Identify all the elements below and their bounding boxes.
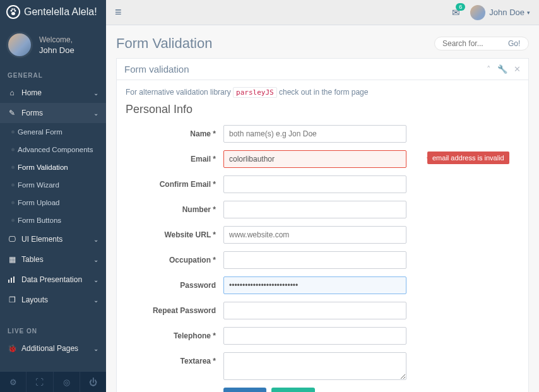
repeat-password-input[interactable] bbox=[223, 302, 406, 319]
logout-button[interactable]: ⏻ bbox=[80, 372, 106, 392]
sidebar-item-label: General Form bbox=[18, 128, 62, 136]
close-icon: ✕ bbox=[514, 64, 521, 74]
lock-button[interactable]: ◎ bbox=[53, 372, 80, 392]
field-name: Name * bbox=[126, 125, 519, 143]
panel-body: For alternative validation library parsl… bbox=[117, 80, 528, 392]
forms-submenu: General Form Advanced Components Form Va… bbox=[0, 123, 106, 229]
chevron-down-icon: ⌄ bbox=[93, 256, 98, 263]
search-go-button[interactable]: Go! bbox=[508, 39, 520, 48]
notifications-button[interactable]: ✉ 6 bbox=[452, 7, 460, 18]
sidebar-item-additional-pages[interactable]: 🐞Additional Pages ⌄ bbox=[0, 338, 106, 359]
password-label: Password bbox=[126, 276, 223, 290]
sidebar-item-label: Home bbox=[21, 88, 42, 97]
sidebar: Gentelella Alela! Welcome, John Doe GENE… bbox=[0, 0, 106, 392]
settings-button[interactable]: 🔧 bbox=[497, 64, 507, 74]
sidebar-item-layouts[interactable]: ❐Layouts ⌄ bbox=[0, 290, 106, 310]
menu-section-general: GENERAL bbox=[0, 68, 106, 83]
telephone-input[interactable] bbox=[223, 327, 406, 345]
chevron-up-icon: ˄ bbox=[487, 64, 491, 74]
confirm-email-input[interactable] bbox=[223, 175, 406, 193]
occupation-label: Occupation * bbox=[126, 251, 223, 264]
field-number: Number * bbox=[126, 201, 519, 218]
svg-point-4 bbox=[11, 12, 15, 15]
home-icon: ⌂ bbox=[8, 88, 16, 97]
email-label: Email * bbox=[126, 150, 223, 163]
sidebar-item-data-presentation[interactable]: Data Presentation ⌄ bbox=[0, 270, 106, 290]
search-input[interactable] bbox=[442, 39, 506, 48]
brand[interactable]: Gentelella Alela! bbox=[0, 0, 106, 23]
gear-icon: ⚙ bbox=[9, 377, 17, 387]
bars-icon: ≡ bbox=[115, 6, 122, 18]
sidebar-item-label: Additional Pages bbox=[21, 344, 78, 353]
chevron-down-icon: ⌄ bbox=[93, 276, 98, 283]
eye-icon: ◎ bbox=[63, 377, 70, 387]
svg-point-3 bbox=[13, 8, 15, 10]
avatar bbox=[470, 5, 485, 20]
profile-name: John Doe bbox=[39, 45, 74, 55]
page-title: Form Validation bbox=[116, 35, 212, 52]
user-menu[interactable]: John Doe ▾ bbox=[470, 5, 530, 20]
svg-point-0 bbox=[11, 10, 13, 12]
welcome-text: Welcome, bbox=[39, 35, 74, 44]
sidebar-item-label: Form Validation bbox=[18, 163, 68, 171]
field-telephone: Telephone * bbox=[126, 327, 519, 345]
form-actions: Cancel Submit bbox=[223, 388, 519, 392]
number-input[interactable] bbox=[223, 201, 406, 218]
sidebar-item-label: Form Wizard bbox=[18, 181, 59, 189]
sidebar-item-home[interactable]: ⌂Home ⌄ bbox=[0, 83, 106, 103]
chevron-down-icon: ⌄ bbox=[93, 110, 98, 117]
library-note: For alternative validation library parsl… bbox=[126, 88, 519, 97]
sidebar-item-advanced-components[interactable]: Advanced Components bbox=[0, 141, 106, 158]
sidebar-item-general-form[interactable]: General Form bbox=[0, 123, 106, 141]
close-button[interactable]: ✕ bbox=[514, 64, 521, 74]
settings-button[interactable]: ⚙ bbox=[0, 372, 26, 392]
menu-toggle-button[interactable]: ≡ bbox=[115, 6, 122, 19]
confirm-email-label: Confirm Email * bbox=[126, 175, 223, 189]
parsley-link[interactable]: parsleyJS bbox=[233, 87, 277, 98]
notification-badge: 6 bbox=[456, 3, 465, 11]
sidebar-item-form-buttons[interactable]: Form Buttons bbox=[0, 211, 106, 229]
sidebar-item-form-validation[interactable]: Form Validation bbox=[0, 158, 106, 176]
sidebar-item-forms[interactable]: ✎Forms ⌄ bbox=[0, 103, 106, 123]
bug-icon: 🐞 bbox=[8, 344, 16, 353]
field-textarea: Textarea * bbox=[126, 352, 519, 380]
field-occupation: Occupation * bbox=[126, 251, 519, 269]
desktop-icon: 🖵 bbox=[8, 235, 16, 244]
collapse-button[interactable]: ˄ bbox=[487, 64, 491, 74]
chevron-down-icon: ⌄ bbox=[93, 297, 98, 304]
sidebar-item-label: Form Buttons bbox=[18, 217, 61, 224]
website-input[interactable] bbox=[223, 226, 406, 244]
field-email: Email * email address is invalid bbox=[126, 150, 519, 168]
occupation-input[interactable] bbox=[223, 251, 406, 269]
avatar bbox=[6, 32, 33, 58]
panel-header: Form validation ˄ 🔧 ✕ bbox=[117, 59, 528, 80]
field-confirm-email: Confirm Email * bbox=[126, 175, 519, 193]
bar-chart-icon bbox=[8, 276, 16, 283]
email-input[interactable] bbox=[223, 150, 406, 168]
page-title-row: Form Validation Go! bbox=[116, 32, 529, 58]
password-input[interactable] bbox=[223, 276, 406, 294]
sidebar-item-label: Layouts bbox=[21, 295, 48, 304]
svg-point-2 bbox=[11, 8, 13, 10]
telephone-label: Telephone * bbox=[126, 327, 223, 340]
sidebar-item-tables[interactable]: ▦Tables ⌄ bbox=[0, 249, 106, 270]
sidebar-item-label: Advanced Components bbox=[18, 146, 93, 153]
sidebar-item-ui-elements[interactable]: 🖵UI Elements ⌄ bbox=[0, 229, 106, 249]
sidebar-item-form-wizard[interactable]: Form Wizard bbox=[0, 176, 106, 194]
sidebar-item-form-upload[interactable]: Form Upload bbox=[0, 194, 106, 211]
note-text: check out in the form page bbox=[277, 88, 369, 97]
edit-icon: ✎ bbox=[8, 109, 16, 117]
website-label: Website URL * bbox=[126, 226, 223, 239]
table-icon: ▦ bbox=[8, 255, 16, 264]
svg-point-1 bbox=[15, 10, 16, 12]
fullscreen-button[interactable]: ⛶ bbox=[26, 372, 52, 392]
email-error-tooltip: email address is invalid bbox=[427, 151, 509, 164]
submit-button[interactable]: Submit bbox=[271, 388, 314, 392]
user-name: John Doe bbox=[489, 8, 524, 17]
profile-text: Welcome, John Doe bbox=[39, 35, 74, 55]
cancel-button[interactable]: Cancel bbox=[223, 388, 266, 392]
name-input[interactable] bbox=[223, 125, 406, 143]
chevron-down-icon: ⌄ bbox=[93, 90, 98, 97]
sidebar-item-label: UI Elements bbox=[21, 235, 62, 244]
textarea-input[interactable] bbox=[223, 352, 406, 380]
